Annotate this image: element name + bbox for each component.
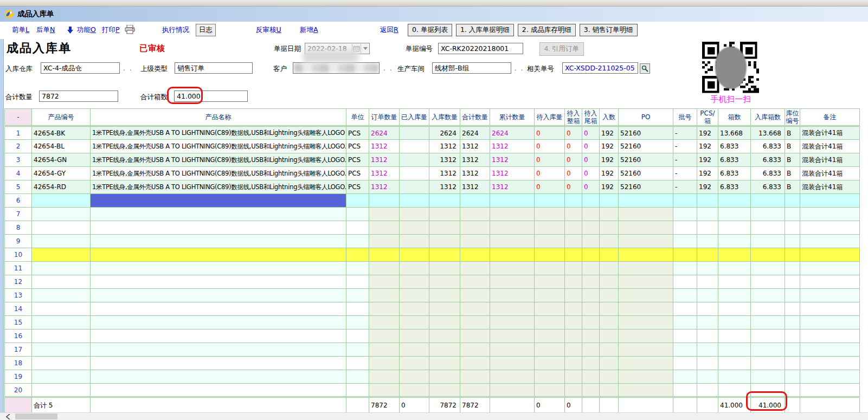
- cell-boxes[interactable]: [718, 316, 751, 329]
- cell-unit[interactable]: [346, 235, 369, 248]
- cell-in_qty[interactable]: [429, 194, 460, 208]
- cell-total[interactable]: [460, 221, 490, 235]
- cell-pcs_box[interactable]: [697, 370, 718, 384]
- cell-order_qty[interactable]: 2624: [369, 126, 400, 140]
- cell-total[interactable]: [460, 235, 490, 248]
- cell-cum[interactable]: 1312: [490, 167, 535, 180]
- cell-per[interactable]: [600, 248, 619, 262]
- cell-code[interactable]: [32, 248, 91, 262]
- cell-pcs_box[interactable]: 192: [697, 126, 718, 140]
- cell-unit[interactable]: PCS: [346, 140, 369, 153]
- cell-num[interactable]: 17: [5, 343, 32, 357]
- cell-code[interactable]: [32, 316, 91, 329]
- cell-in_qty[interactable]: 1312: [429, 140, 460, 153]
- cell-received[interactable]: [400, 126, 429, 140]
- cell-in_qty[interactable]: [429, 289, 460, 302]
- cell-per[interactable]: [600, 384, 619, 397]
- cell-pending[interactable]: 0: [535, 167, 565, 180]
- scrollbar-left-arrow-icon[interactable]: [2, 413, 14, 420]
- customer-input[interactable]: [293, 62, 380, 74]
- cell-pend_full[interactable]: [565, 262, 582, 275]
- cell-pend_full[interactable]: 0: [565, 153, 582, 167]
- cell-loc[interactable]: B: [785, 126, 800, 140]
- cell-in_qty[interactable]: 2624: [429, 126, 460, 140]
- cell-code[interactable]: [32, 343, 91, 357]
- cell-remark[interactable]: [800, 221, 860, 235]
- cell-pending[interactable]: [535, 329, 565, 343]
- printer-icon[interactable]: [125, 25, 135, 36]
- cell-pend_tail[interactable]: [582, 248, 600, 262]
- cell-total[interactable]: [460, 343, 490, 357]
- cell-total[interactable]: [460, 262, 490, 275]
- cell-code[interactable]: [32, 370, 91, 384]
- cell-po[interactable]: 52160: [619, 153, 673, 167]
- cell-batch[interactable]: [673, 302, 697, 316]
- cell-pend_full[interactable]: 0: [565, 126, 582, 140]
- cell-num[interactable]: 15: [5, 316, 32, 329]
- cell-total[interactable]: 1312: [460, 153, 490, 167]
- cell-code[interactable]: [32, 235, 91, 248]
- cell-per[interactable]: 192: [600, 167, 619, 180]
- cell-total[interactable]: 2624: [460, 126, 490, 140]
- cell-num[interactable]: 20: [5, 384, 32, 397]
- cell-unit[interactable]: [346, 289, 369, 302]
- cell-order_qty[interactable]: [369, 275, 400, 289]
- cell-remark[interactable]: [800, 275, 860, 289]
- ref-order-button[interactable]: 4. 引用订单: [539, 42, 584, 56]
- cell-per[interactable]: [600, 357, 619, 370]
- cell-unit[interactable]: [346, 329, 369, 343]
- cell-boxes[interactable]: [718, 262, 751, 275]
- cell-pend_full[interactable]: [565, 221, 582, 235]
- cell-code[interactable]: [32, 221, 91, 235]
- cell-num[interactable]: 18: [5, 357, 32, 370]
- cell-received[interactable]: [400, 221, 429, 235]
- log-button[interactable]: 日志: [196, 24, 216, 36]
- cell-num[interactable]: 13: [5, 289, 32, 302]
- cell-pend_tail[interactable]: [582, 221, 600, 235]
- cell-loc[interactable]: [785, 262, 800, 275]
- cell-num[interactable]: 9: [5, 235, 32, 248]
- cell-cum[interactable]: [490, 357, 535, 370]
- cell-in_qty[interactable]: 1312: [429, 180, 460, 194]
- cell-in_qty[interactable]: [429, 262, 460, 275]
- cell-code[interactable]: [32, 208, 91, 221]
- cell-boxes[interactable]: [718, 329, 751, 343]
- cell-pcs_box[interactable]: [697, 275, 718, 289]
- cell-in_boxes[interactable]: [751, 248, 785, 262]
- cell-order_qty[interactable]: 1312: [369, 153, 400, 167]
- cell-in_qty[interactable]: [429, 316, 460, 329]
- cell-po[interactable]: [619, 248, 673, 262]
- cell-pend_full[interactable]: [565, 248, 582, 262]
- warehouse-browse-button[interactable]: . .: [123, 64, 132, 72]
- cell-po[interactable]: 52160: [619, 180, 673, 194]
- cell-boxes[interactable]: [718, 275, 751, 289]
- horizontal-scrollbar[interactable]: [0, 412, 868, 420]
- cell-batch[interactable]: [673, 357, 697, 370]
- cell-pend_full[interactable]: [565, 275, 582, 289]
- cell-num[interactable]: 1: [5, 126, 32, 140]
- cell-cum[interactable]: [490, 316, 535, 329]
- cell-pend_tail[interactable]: [582, 357, 600, 370]
- cell-total[interactable]: [460, 208, 490, 221]
- cell-total[interactable]: [460, 248, 490, 262]
- cell-order_qty[interactable]: [369, 370, 400, 384]
- cell-name[interactable]: [91, 194, 346, 208]
- cell-batch[interactable]: -: [673, 140, 697, 153]
- cell-boxes[interactable]: [718, 208, 751, 221]
- cell-in_qty[interactable]: [429, 357, 460, 370]
- cell-name[interactable]: 1米TPE线身,金属外壳USB A TO LIGHTNING(C89)数据线,U…: [91, 153, 346, 167]
- cell-num[interactable]: 2: [5, 140, 32, 153]
- cell-loc[interactable]: B: [785, 180, 800, 194]
- scrollbar-thumb[interactable]: [15, 413, 57, 419]
- cell-num[interactable]: 11: [5, 262, 32, 275]
- cell-unit[interactable]: [346, 302, 369, 316]
- cell-pend_tail[interactable]: [582, 329, 600, 343]
- cell-pend_tail[interactable]: [582, 384, 600, 397]
- cell-in_qty[interactable]: [429, 302, 460, 316]
- cell-cum[interactable]: 1312: [490, 180, 535, 194]
- cell-order_qty[interactable]: [369, 289, 400, 302]
- cell-po[interactable]: [619, 235, 673, 248]
- cell-per[interactable]: [600, 370, 619, 384]
- cell-order_qty[interactable]: [369, 343, 400, 357]
- cell-pcs_box[interactable]: [697, 289, 718, 302]
